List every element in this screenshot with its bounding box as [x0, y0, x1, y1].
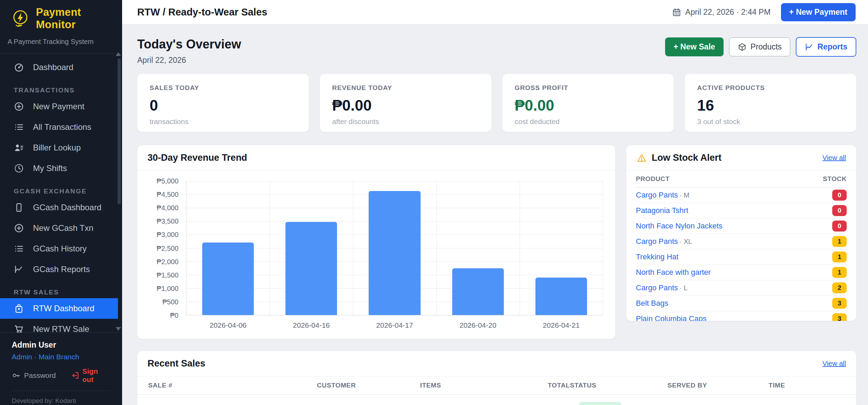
product-link[interactable]: Cargo Pants [636, 191, 678, 199]
stat-card-revenue-today: REVENUE TODAY₱0.00after discounts [320, 74, 491, 132]
chart-title: 30-Day Revenue Trend [148, 153, 247, 163]
sidebar: Payment Monitor A Payment Tracking Syste… [0, 0, 122, 405]
list-icon [14, 244, 24, 254]
x-tick-label: 2026-04-16 [293, 321, 330, 329]
bar-2026-04-06 [202, 243, 254, 315]
column-header-stock: STOCK [823, 175, 847, 183]
app-subtitle: A Payment Tracking System [0, 31, 122, 54]
new-payment-button[interactable]: + New Payment [781, 3, 856, 21]
sale-status: Completed [570, 395, 668, 405]
stock-badge: 0 [832, 205, 847, 216]
main-content: Today's Overview April 22, 2026 + New Sa… [122, 24, 868, 405]
recent-sales-view-all-link[interactable]: View all [822, 360, 846, 368]
sidebar-item-my-shifts[interactable]: My Shifts [0, 158, 122, 179]
low-stock-row: Cargo Pants · XL1 [636, 234, 847, 249]
sidebar-item-gcash-history[interactable]: GCash History [0, 238, 122, 259]
plus-circle-icon [14, 223, 24, 233]
stat-value: ₱0.00 [515, 97, 662, 114]
plus-circle-icon [14, 101, 24, 112]
sidebar-scrollbar[interactable] [118, 58, 121, 204]
sidebar-item-biller-lookup[interactable]: Biller Lookup [0, 137, 122, 158]
sidebar-footer: Admin User Admin · Main Branch Password … [0, 333, 122, 405]
sidebar-item-label: New Payment [33, 102, 84, 111]
footer-divider [12, 391, 110, 391]
product-link[interactable]: Trekking Hat [636, 252, 679, 261]
stat-card-sales-today: SALES TODAY0transactions [137, 74, 309, 132]
sidebar-item-rtw-dashboard[interactable]: RTW Dashboard [0, 298, 118, 319]
user-role: Admin · Main Branch [12, 353, 110, 361]
low-stock-view-all-link[interactable]: View all [822, 154, 846, 162]
stock-badge: 3 [832, 298, 847, 309]
product-link[interactable]: North Face with garter [636, 268, 711, 277]
stock-badge: 0 [832, 190, 847, 201]
stat-subtext: cost deducted [515, 117, 662, 126]
sidebar-item-label: GCash Dashboard [33, 203, 101, 212]
stat-subtext: 3 out of stock [697, 117, 844, 126]
y-tick-label: ₱4,000 [157, 204, 178, 212]
stats-row: SALES TODAY0transactionsREVENUE TODAY₱0.… [137, 74, 856, 132]
package-icon [738, 43, 747, 52]
overview-date: April 22, 2026 [137, 56, 241, 65]
stock-badge: 2 [832, 282, 847, 293]
column-header-served-by: SERVED BY [668, 376, 769, 394]
product-link[interactable]: Cargo Pants [636, 283, 678, 292]
developer-credit: Developed by: Kodarti Technologies [12, 396, 110, 405]
low-stock-row: Patagonia Tshrt0 [636, 203, 847, 218]
low-stock-table: PRODUCTSTOCK Cargo Pants · M0Patagonia T… [626, 171, 856, 321]
sidebar-item-all-transactions[interactable]: All Transactions [0, 117, 122, 137]
products-button[interactable]: Products [729, 37, 790, 56]
app-root: Payment Monitor A Payment Tracking Syste… [0, 0, 868, 405]
y-tick-label: ₱4,500 [157, 191, 178, 199]
sidebar-item-label: GCash Reports [33, 265, 90, 274]
bar-2026-04-16 [285, 222, 337, 315]
smartphone-icon [14, 202, 24, 213]
stat-label: REVENUE TODAY [332, 84, 479, 92]
scroll-down-icon[interactable] [116, 327, 121, 331]
password-link[interactable]: Password [12, 371, 56, 380]
status-badge: Completed [579, 402, 621, 405]
y-tick-label: ₱5,000 [157, 177, 178, 185]
reports-button[interactable]: Reports [796, 37, 856, 57]
new-sale-button[interactable]: + New Sale [665, 37, 724, 56]
sidebar-item-gcash-dashboard[interactable]: GCash Dashboard [0, 197, 122, 218]
revenue-trend-card: 30-Day Revenue Trend ₱5,000₱4,500₱4,000₱… [137, 145, 615, 339]
low-stock-card: Low Stock Alert View all PRODUCTSTOCK Ca… [626, 145, 856, 321]
y-tick-label: ₱1,500 [157, 271, 178, 279]
calendar-icon [672, 8, 681, 17]
product-link[interactable]: North Face Nylon Jackets [636, 222, 723, 230]
sale-items: 1 [420, 396, 493, 405]
sidebar-item-label: New GCash Txn [33, 223, 94, 233]
low-stock-row: Plain Columbia Caps3 [636, 311, 847, 321]
sign-out-button[interactable]: Sign out [71, 367, 110, 384]
sidebar-item-dashboard[interactable]: Dashboard [0, 57, 122, 78]
low-stock-row: North Face Nylon Jackets0 [636, 218, 847, 234]
sidebar-item-label: RTW Dashboard [33, 304, 94, 313]
stat-card-gross-profit: GROSS PROFIT₱0.00cost deducted [502, 74, 674, 132]
x-tick-label: 2026-04-21 [543, 321, 579, 329]
sales-table-row: RTW-20260421-00008Walk-in1₱100.00Complet… [137, 395, 856, 405]
scroll-up-icon[interactable] [116, 52, 121, 56]
sidebar-item-label: Biller Lookup [33, 143, 81, 153]
lightning-logo-icon [10, 7, 30, 30]
cart-icon [14, 324, 24, 333]
product-link[interactable]: Patagonia Tshrt [636, 206, 688, 215]
sale-number: RTW-20260421-00008 [148, 397, 317, 405]
sidebar-item-gcash-reports[interactable]: GCash Reports [0, 259, 122, 280]
low-stock-row: Cargo Pants · M0 [636, 188, 847, 203]
nav-section-gcash-exchange: GCASH EXCHANGE [0, 183, 122, 197]
sidebar-item-new-gcash-txn[interactable]: New GCash Txn [0, 218, 122, 238]
sidebar-item-new-payment[interactable]: New Payment [0, 96, 122, 117]
overview-heading: Today's Overview April 22, 2026 [137, 37, 241, 65]
recent-sales-title: Recent Sales [148, 358, 205, 369]
product-link[interactable]: Cargo Pants [636, 237, 678, 246]
bar-2026-04-21 [535, 278, 587, 315]
stat-subtext: after discounts [332, 117, 479, 126]
stat-value: ₱0.00 [332, 97, 479, 114]
sidebar-item-label: GCash History [33, 244, 87, 254]
product-link[interactable]: Plain Columbia Caps [636, 314, 706, 321]
sidebar-item-new-rtw-sale[interactable]: New RTW Sale [0, 319, 122, 333]
chart-icon [805, 43, 814, 52]
sidebar-nav: DashboardTRANSACTIONSNew PaymentAll Tran… [0, 51, 122, 333]
product-link[interactable]: Belt Bags [636, 299, 668, 307]
sale-time: 4:51 PM [769, 396, 845, 405]
